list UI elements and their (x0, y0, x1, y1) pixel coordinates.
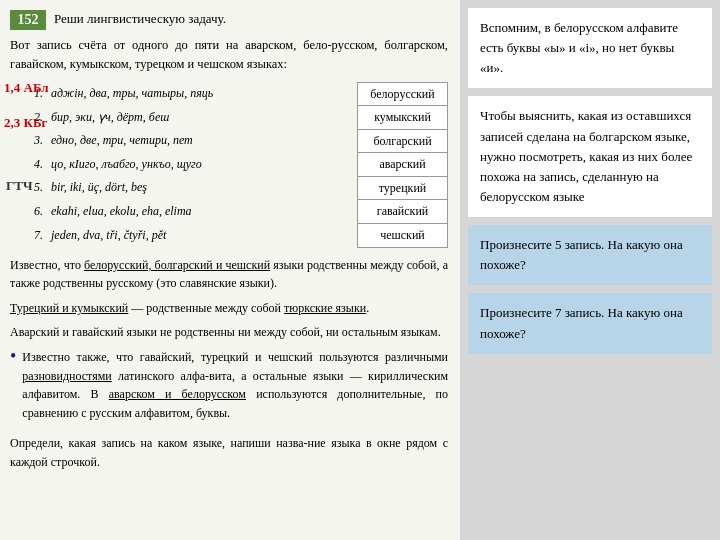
entry-number: 6. (30, 200, 47, 224)
table-row: 4.цо, кIиго, лъабго, ункъо, щугоаварский (30, 153, 448, 177)
bullet-dot: • (10, 346, 16, 367)
task-header: 152 Реши лингвистическую задачу. (10, 10, 448, 30)
table-row: 6.ekahi, elua, ekolu, eha, elimaгавайски… (30, 200, 448, 224)
question-2-text: Произнесите 7 запись. На какую она похож… (480, 305, 683, 340)
task-number: 152 (10, 10, 46, 30)
entry-number: 4. (30, 153, 47, 177)
entry-language: чешский (358, 224, 448, 248)
label-1-4-abl: 1,4 АБл (4, 80, 49, 96)
info-box-1-text: Вспомним, в белорусском алфавите есть бу… (480, 20, 678, 75)
table-row: 2.бир, эки, үч, дёрт, бешкумыкский (30, 106, 448, 130)
entry-language: турецкий (358, 176, 448, 200)
entry-text: едно, две, три, четири, пет (47, 129, 358, 153)
entry-text: jeden, dva, tři, čtyři, pět (47, 224, 358, 248)
entry-language: белорусский (358, 82, 448, 106)
paragraphs-container: Известно, что белорусский, болгарский и … (10, 256, 448, 472)
paragraph-text: Определи, какая запись на каком языке, н… (10, 434, 448, 471)
label-gtch: ГТЧ (6, 178, 32, 194)
entry-text: ekahi, elua, ekolu, eha, elima (47, 200, 358, 224)
paragraph-text: Турецкий и кумыкский — родственные между… (10, 299, 448, 318)
entry-text: bir, iki, üç, dört, beş (47, 176, 358, 200)
info-box-1: Вспомним, в белорусском алфавите есть бу… (468, 8, 712, 88)
entry-text: аджін, два, тры, чатыры, пяць (47, 82, 358, 106)
info-box-2-text: Чтобы выяснить, какая из оставшихся запи… (480, 108, 692, 204)
question-1-text: Произнесите 5 запись. На какую она похож… (480, 237, 683, 272)
task-description: Вот запись счёта от одного до пяти на ав… (10, 36, 448, 74)
table-row: 1.аджін, два, тры, чатыры, пяцьбелорусск… (30, 82, 448, 106)
entry-number: 3. (30, 129, 47, 153)
entry-language: аварский (358, 153, 448, 177)
question-box-2[interactable]: Произнесите 7 запись. На какую она похож… (468, 293, 712, 353)
table-row: 3.едно, две, три, четири, петболгарский (30, 129, 448, 153)
entry-text: цо, кIиго, лъабго, ункъо, щуго (47, 153, 358, 177)
entry-language: кумыкский (358, 106, 448, 130)
entry-text: бир, эки, үч, дёрт, беш (47, 106, 358, 130)
paragraph-text: Известно также, что гавайский, турецкий … (22, 348, 448, 422)
entry-number: 5. (30, 176, 47, 200)
entry-language: болгарский (358, 129, 448, 153)
task-instruction: Реши лингвистическую задачу. (54, 10, 226, 28)
entry-language: гавайский (358, 200, 448, 224)
table-row: 5.bir, iki, üç, dört, beşтурецкий (30, 176, 448, 200)
bullet-paragraph: •Известно также, что гавайский, турецкий… (10, 348, 448, 428)
paragraph-text: Известно, что белорусский, болгарский и … (10, 256, 448, 293)
right-panel: Вспомним, в белорусском алфавите есть бу… (460, 0, 720, 540)
question-box-1[interactable]: Произнесите 5 запись. На какую она похож… (468, 225, 712, 285)
entry-number: 7. (30, 224, 47, 248)
paragraph-text: Аварский и гавайский языки не родственны… (10, 323, 448, 342)
language-table: 1.аджін, два, тры, чатыры, пяцьбелорусск… (30, 82, 448, 248)
label-2-3-kbg: 2,3 КБг (4, 115, 47, 131)
table-row: 7.jeden, dva, tři, čtyři, pětчешский (30, 224, 448, 248)
left-panel: 152 Реши лингвистическую задачу. Вот зап… (0, 0, 460, 540)
info-box-2: Чтобы выяснить, какая из оставшихся запи… (468, 96, 712, 217)
